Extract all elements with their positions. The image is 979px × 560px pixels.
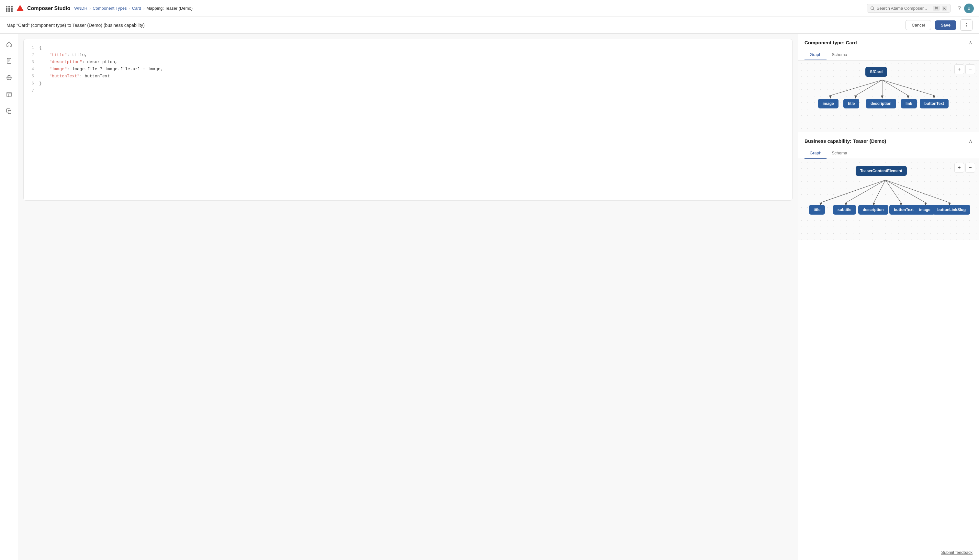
graph-node-title-biz: title <box>809 205 825 215</box>
code-key-buttontext: "buttonText" <box>49 74 80 79</box>
breadcrumb-current: Mapping: Teaser (Demo) <box>146 6 193 11</box>
code-line-3: 3 "description": description, <box>29 58 787 66</box>
business-capability-section: Business capability: Teaser (Demo) ∧ Gra… <box>798 132 979 560</box>
svg-line-1 <box>873 9 874 10</box>
tab-business-graph[interactable]: Graph <box>804 148 827 158</box>
graph-node-subtitle: subtitle <box>833 205 856 215</box>
component-zoom-out[interactable]: − <box>966 64 975 74</box>
svg-point-0 <box>871 7 874 9</box>
editor-panel: 1 { 2 "title": title, 3 "description": d… <box>18 34 798 560</box>
code-brace-open: { <box>39 44 42 52</box>
graph-node-teasercontent: TeaserContentElement <box>856 166 907 176</box>
code-val-buttontext: buttonText <box>85 74 110 79</box>
sidebar-item-globe[interactable] <box>4 73 14 83</box>
line-num-3: 3 <box>29 58 34 66</box>
line-num-5: 5 <box>29 73 34 80</box>
business-capability-tabs: Graph Schema <box>798 144 979 159</box>
graph-node-title-comp: title <box>843 99 859 108</box>
code-key-image: "image" <box>49 67 67 72</box>
sidebar-item-home[interactable] <box>4 39 14 49</box>
code-key-description: "description" <box>49 60 82 64</box>
graph-node-description-comp: description <box>866 99 896 108</box>
tab-component-schema[interactable]: Schema <box>827 50 852 60</box>
tab-component-graph[interactable]: Graph <box>804 50 827 60</box>
business-zoom-out[interactable]: − <box>966 163 975 173</box>
breadcrumb-sep-3: › <box>143 6 144 11</box>
code-val-title: title, <box>72 52 87 57</box>
component-type-tabs: Graph Schema <box>798 46 979 60</box>
save-button[interactable]: Save <box>935 20 956 30</box>
breadcrumb-wndr[interactable]: WNDR <box>74 6 87 11</box>
right-panel: Component type: Card ∧ Graph Schema <box>798 34 979 560</box>
component-type-title: Component type: Card <box>804 40 857 45</box>
code-line-5: 5 "buttonText": buttonText <box>29 73 787 80</box>
top-nav: Composer Studio WNDR › Component Types ›… <box>0 0 979 17</box>
business-zoom-in[interactable]: + <box>954 163 964 173</box>
graph-node-sfcard: SfCard <box>866 67 887 77</box>
code-val-image: image.file ? image.file.url : image, <box>72 67 163 72</box>
code-brace-close: } <box>39 80 42 87</box>
component-type-chevron[interactable]: ∧ <box>969 40 972 46</box>
menu-button[interactable]: ⋮ <box>960 19 972 31</box>
breadcrumb-sep-2: › <box>128 6 130 11</box>
kbd-cmd: ⌘ <box>933 6 940 11</box>
tab-business-schema[interactable]: Schema <box>827 148 852 158</box>
code-line-2: 2 "title": title, <box>29 52 787 58</box>
line-num-6: 6 <box>29 80 34 87</box>
app-logo: Composer Studio <box>15 4 70 13</box>
code-line-6: 6 } <box>29 80 787 87</box>
code-key-title: "title" <box>49 52 67 57</box>
component-zoom-in[interactable]: + <box>954 64 964 74</box>
search-icon <box>870 6 875 11</box>
breadcrumb: WNDR › Component Types › Card › Mapping:… <box>74 6 193 11</box>
code-val-description: description, <box>87 60 118 64</box>
breadcrumb-sep-1: › <box>89 6 91 11</box>
svg-rect-9 <box>7 92 11 97</box>
graph-node-buttonlinkslug: buttonLinkSlug <box>933 205 970 215</box>
cancel-button[interactable]: Cancel <box>906 20 931 30</box>
component-zoom-controls: + − <box>954 64 975 74</box>
graph-node-buttontext-comp: buttonText <box>920 99 949 108</box>
component-type-section: Component type: Card ∧ Graph Schema <box>798 34 979 132</box>
search-bar[interactable]: ⌘ K <box>867 4 951 13</box>
graph-node-image-biz: image <box>915 205 935 215</box>
component-graph-container: SfCard image title description link butt… <box>798 60 979 132</box>
sidebar <box>0 34 18 560</box>
sidebar-item-table[interactable] <box>4 89 14 100</box>
line-num-1: 1 <box>29 44 34 52</box>
business-capability-title: Business capability: Teaser (Demo) <box>804 138 886 144</box>
mapping-bar: Map "Card" (component type) to Teaser (D… <box>0 17 979 34</box>
line-num-2: 2 <box>29 52 34 58</box>
graph-node-buttontext-biz: buttonText <box>889 205 918 215</box>
code-line-4: 4 "image": image.file ? image.file.url :… <box>29 66 787 73</box>
line-num-4: 4 <box>29 66 34 73</box>
graph-node-image: image <box>818 99 839 108</box>
business-capability-chevron[interactable]: ∧ <box>969 138 972 144</box>
svg-rect-12 <box>8 110 11 113</box>
breadcrumb-card[interactable]: Card <box>132 6 141 11</box>
breadcrumb-component-types[interactable]: Component Types <box>93 6 127 11</box>
component-type-header: Component type: Card ∧ <box>798 34 979 46</box>
search-input[interactable] <box>877 6 931 11</box>
graph-node-link: link <box>901 99 917 108</box>
business-capability-header: Business capability: Teaser (Demo) ∧ <box>798 132 979 144</box>
app-name: Composer Studio <box>27 5 70 11</box>
sidebar-item-copy[interactable] <box>4 106 14 117</box>
kbd-k: K <box>942 6 947 11</box>
mapping-title: Map "Card" (component type) to Teaser (D… <box>7 23 902 28</box>
avatar[interactable]: U <box>964 3 974 13</box>
business-zoom-controls: + − <box>954 163 975 173</box>
nav-right: ? U <box>958 3 974 13</box>
editor-card: 1 { 2 "title": title, 3 "description": d… <box>23 39 792 201</box>
business-graph-container: TeaserContentElement title subtitle desc… <box>798 159 979 240</box>
component-type-graph: SfCard image title description link butt… <box>798 60 979 132</box>
sidebar-item-documents[interactable] <box>4 56 14 66</box>
business-capability-graph: TeaserContentElement title subtitle desc… <box>798 159 979 240</box>
code-line-1: 1 { <box>29 44 787 52</box>
help-icon[interactable]: ? <box>958 5 961 11</box>
apps-icon[interactable] <box>5 5 12 12</box>
submit-feedback-link[interactable]: Submit feedback <box>941 550 972 555</box>
code-editor[interactable]: 1 { 2 "title": title, 3 "description": d… <box>29 44 787 95</box>
graph-node-description-biz: description <box>858 205 888 215</box>
main-layout: 1 { 2 "title": title, 3 "description": d… <box>0 34 979 560</box>
